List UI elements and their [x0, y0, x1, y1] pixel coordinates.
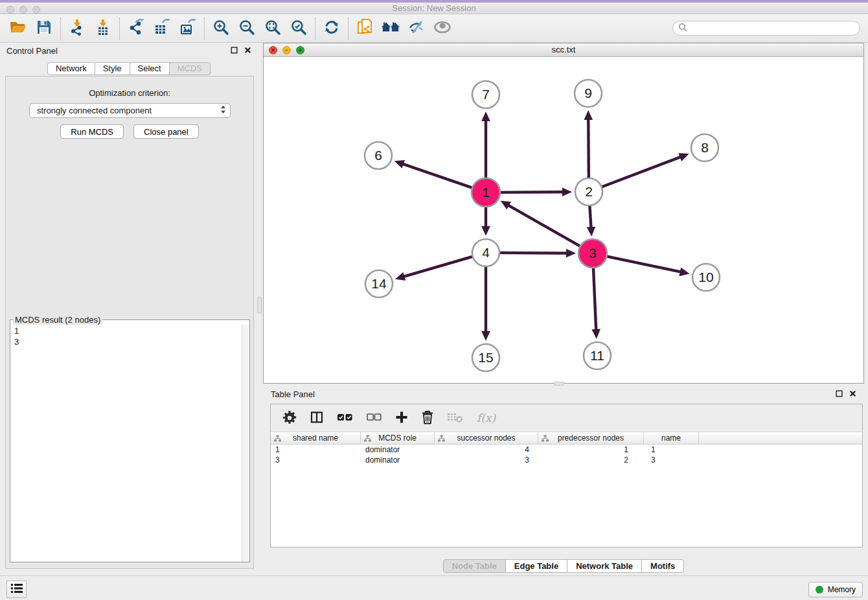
function-builder-button[interactable]: f(x)	[477, 411, 496, 424]
delete-column-button[interactable]	[422, 410, 433, 426]
graph-node-label-4: 4	[482, 245, 490, 260]
chevron-up-down-icon	[220, 104, 226, 117]
criterion-dropdown[interactable]: strongly connected component	[29, 103, 231, 118]
import-table-button[interactable]	[90, 16, 116, 41]
tree-icon	[542, 435, 549, 444]
horizontal-splitter-grip[interactable]	[554, 382, 564, 386]
first-neighbors-button[interactable]	[378, 16, 404, 41]
open-session-button[interactable]	[5, 16, 31, 41]
import-network-button[interactable]	[64, 16, 90, 41]
zoom-out-button[interactable]	[234, 16, 260, 41]
vertical-splitter-grip[interactable]	[257, 297, 262, 314]
zoom-selected-icon	[290, 19, 307, 38]
zoom-out-icon	[238, 19, 255, 38]
network-minimize-button[interactable]: −	[282, 46, 291, 54]
graph-node-label-2: 2	[585, 184, 593, 199]
graph-edge-arrowhead	[678, 153, 689, 161]
zoom-selected-button[interactable]	[286, 16, 312, 41]
graph-node-label-7: 7	[482, 87, 490, 102]
graph-node-label-9: 9	[584, 86, 592, 100]
column-header-successor-nodes[interactable]: successor nodes	[435, 432, 538, 444]
graph-edge-2-9[interactable]	[588, 119, 589, 178]
table-delete-icon	[447, 411, 463, 425]
tab-node-table[interactable]: Node Table	[443, 559, 506, 573]
folder-open-icon	[9, 19, 27, 37]
control-panel: Control Panel Network Style Select MCDS …	[0, 43, 258, 575]
tab-network[interactable]: Network	[47, 62, 95, 75]
network-close-button[interactable]: ×	[269, 46, 277, 54]
graph-edge-3-11[interactable]	[593, 268, 596, 330]
graph-edge-2-3[interactable]	[589, 206, 591, 228]
column-header-predecessor-nodes[interactable]: predecessor nodes	[538, 432, 644, 444]
table-row[interactable]: 3 dominator 3 2 3	[271, 455, 862, 465]
plus-icon	[395, 411, 408, 426]
clone-network-icon	[357, 19, 372, 38]
window-zoom-button[interactable]	[32, 6, 40, 14]
graph-edge-4-3[interactable]	[500, 253, 567, 253]
tab-edge-table[interactable]: Edge Table	[506, 559, 567, 573]
toolbar-separator	[204, 17, 205, 40]
graph-node-label-15: 15	[478, 350, 493, 365]
checked-checkboxes-icon	[337, 413, 353, 424]
show-graphics-details-button[interactable]	[429, 16, 455, 41]
network-window-titlebar[interactable]: × − + scc.txt	[264, 43, 863, 57]
hide-graphics-details-button[interactable]	[404, 16, 429, 41]
export-image-button[interactable]	[175, 16, 201, 41]
float-panel-icon[interactable]	[231, 47, 238, 54]
task-history-button[interactable]	[6, 581, 27, 598]
table-panel-title: Table Panel	[271, 389, 315, 399]
zoom-fit-button[interactable]	[260, 16, 286, 41]
fx-icon: f(x)	[477, 411, 496, 424]
tab-network-table[interactable]: Network Table	[567, 559, 642, 573]
tab-motifs[interactable]: Motifs	[642, 559, 684, 573]
graph-edge-arrowhead	[481, 226, 490, 236]
graph-edge-3-1[interactable]	[508, 205, 580, 246]
table-settings-button[interactable]	[282, 410, 297, 426]
column-header-name[interactable]: name	[644, 432, 699, 444]
network-maximize-button[interactable]: +	[296, 46, 304, 54]
memory-button[interactable]: Memory	[808, 582, 863, 597]
close-panel-button[interactable]: Close panel	[133, 124, 199, 139]
export-table-button[interactable]	[149, 16, 175, 41]
mcds-result-box: MCDS result (2 nodes) 1 3	[10, 315, 250, 562]
column-header-mcds-role[interactable]: MCDS role	[361, 432, 435, 444]
result-scrollbar[interactable]	[242, 325, 249, 562]
close-panel-icon[interactable]	[244, 47, 251, 54]
graph-node-label-10: 10	[698, 270, 713, 284]
table-row[interactable]: 1 dominator 4 1 1	[271, 444, 862, 455]
main-toolbar	[0, 14, 868, 43]
window-minimize-button[interactable]	[19, 6, 27, 14]
import-network-icon	[69, 19, 86, 38]
add-column-button[interactable]	[395, 411, 408, 426]
clone-network-button[interactable]	[352, 16, 378, 41]
search-input[interactable]	[691, 23, 854, 34]
export-network-button[interactable]	[123, 16, 149, 41]
run-mcds-button[interactable]: Run MCDS	[60, 124, 124, 139]
deselect-all-button[interactable]	[367, 413, 382, 423]
float-table-panel-icon[interactable]	[836, 390, 843, 397]
network-graph[interactable]: 7968124314101511	[264, 57, 863, 383]
graph-edge-arrowhead	[591, 329, 600, 339]
tab-mcds[interactable]: MCDS	[170, 62, 211, 75]
table-toolbar: f(x)	[271, 404, 862, 432]
mcds-result-text[interactable]: 1 3	[10, 325, 249, 348]
graph-edge-3-10[interactable]	[607, 257, 681, 272]
zoom-in-button[interactable]	[208, 16, 234, 41]
delete-table-button[interactable]	[447, 411, 463, 425]
network-window-title: scc.txt	[552, 45, 576, 54]
search-field[interactable]	[672, 21, 860, 36]
graph-edge-1-6[interactable]	[402, 164, 472, 188]
network-canvas[interactable]: 7968124314101511	[264, 57, 863, 383]
save-session-button[interactable]	[31, 16, 57, 41]
graph-edge-2-8[interactable]	[602, 157, 681, 187]
graph-edge-4-14[interactable]	[403, 257, 472, 277]
window-close-button[interactable]	[6, 6, 14, 14]
refresh-network-view-button[interactable]	[319, 16, 345, 41]
column-visibility-button[interactable]	[310, 411, 323, 426]
graph-edge-1-2[interactable]	[500, 192, 564, 192]
tab-style[interactable]: Style	[95, 62, 130, 75]
select-all-button[interactable]	[337, 413, 353, 424]
tab-select[interactable]: Select	[130, 62, 170, 75]
column-header-shared-name[interactable]: shared name	[271, 432, 361, 444]
close-table-panel-icon[interactable]	[849, 390, 856, 397]
